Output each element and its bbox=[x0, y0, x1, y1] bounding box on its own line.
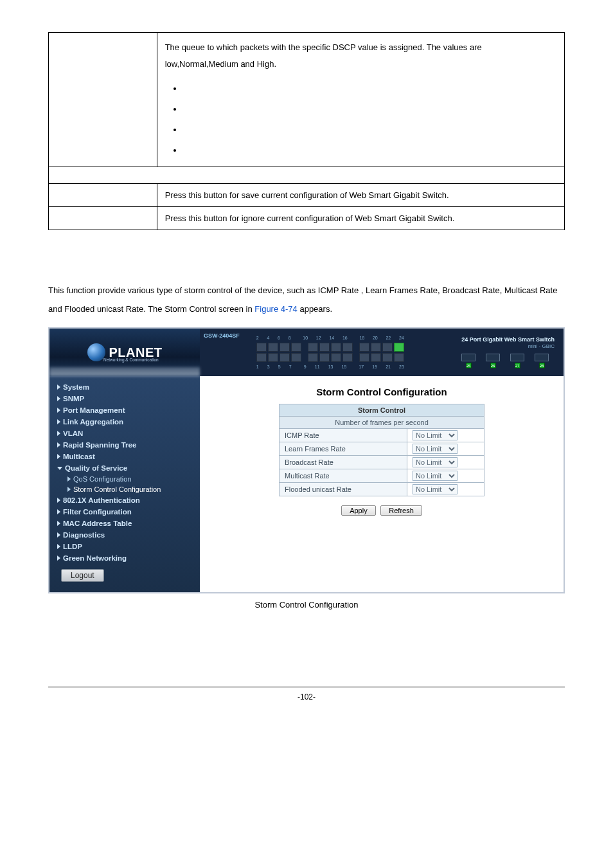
pnum: 22 bbox=[386, 336, 391, 340]
pnum: 24 bbox=[399, 336, 404, 340]
logout-button[interactable]: Logout bbox=[61, 569, 104, 582]
gbic-slot-icon bbox=[486, 354, 500, 361]
pnum: 7 bbox=[289, 365, 292, 369]
row-label: Multicast Rate bbox=[280, 469, 407, 483]
storm-control-table: Storm Control Number of frames per secon… bbox=[279, 404, 484, 496]
sidebar-subitem-label: QoS Configuration bbox=[73, 475, 132, 483]
icmp-rate-select[interactable]: No Limit bbox=[413, 430, 458, 440]
broadcast-rate-select[interactable]: No Limit bbox=[413, 457, 458, 467]
logo-area: PLANET Networking & Communication bbox=[49, 329, 200, 376]
figure-link[interactable]: Figure 4-74 bbox=[254, 304, 297, 314]
desc-left-1 bbox=[49, 33, 157, 167]
queue-description: The queue to which packets with the spec… bbox=[165, 39, 556, 73]
chevron-right-icon bbox=[57, 396, 60, 401]
multicast-rate-select[interactable]: No Limit bbox=[413, 471, 458, 481]
main-content: Storm Control Configuration Storm Contro… bbox=[200, 376, 564, 592]
bullet-4 bbox=[183, 140, 556, 160]
chevron-right-icon bbox=[57, 556, 60, 561]
sidebar-item-label: Green Networking bbox=[63, 554, 127, 562]
sidebar-item-snmp[interactable]: SNMP bbox=[49, 393, 200, 404]
bullet-2 bbox=[183, 98, 556, 119]
sidebar-item-label: VLAN bbox=[63, 429, 83, 437]
sidebar-subitem-label: Storm Control Configuration bbox=[73, 485, 161, 493]
gbic-led: 28 bbox=[539, 363, 545, 368]
pnum: 3 bbox=[267, 365, 270, 369]
sidebar-item-label: SNMP bbox=[63, 395, 84, 402]
sidebar-item-quality-of-service[interactable]: Quality of Service bbox=[49, 462, 200, 474]
gbic-slot-icon bbox=[510, 354, 524, 361]
sidebar-item-label: LLDP bbox=[63, 543, 82, 550]
bullet-list bbox=[165, 78, 556, 160]
gbic-led: 27 bbox=[515, 363, 520, 368]
sidebar-item-filter-configuration[interactable]: Filter Configuration bbox=[49, 506, 200, 518]
app-window: PLANET Networking & Communication GSW-24… bbox=[48, 327, 565, 593]
sidebar-item-vlan[interactable]: VLAN bbox=[49, 428, 200, 439]
sidebar-subitem-qos-configuration[interactable]: QoS Configuration bbox=[49, 474, 200, 484]
section-intro: This function provide various type of st… bbox=[48, 282, 565, 318]
sidebar-item-port-management[interactable]: Port Management bbox=[49, 404, 200, 416]
table-header-secondary: Number of frames per second bbox=[280, 417, 484, 429]
footer-divider bbox=[48, 687, 565, 687]
sidebar-item-label: Quality of Service bbox=[65, 464, 127, 472]
chevron-right-icon bbox=[57, 532, 60, 538]
ignore-button-desc: Press this button for ignore current con… bbox=[157, 207, 564, 230]
gbic-slot-icon bbox=[461, 354, 475, 361]
spacer-row bbox=[49, 167, 565, 184]
page-title: Storm Control Configuration bbox=[213, 386, 551, 397]
sidebar-item-green-networking[interactable]: Green Networking bbox=[49, 552, 200, 564]
sidebar-item-diagnostics[interactable]: Diagnostics bbox=[49, 529, 200, 541]
row-label: Learn Frames Rate bbox=[280, 442, 407, 456]
sidebar-item-lldp[interactable]: LLDP bbox=[49, 541, 200, 552]
pnum: 21 bbox=[386, 365, 391, 369]
gbic-row: 25 26 27 28 bbox=[461, 354, 555, 368]
sidebar-item-label: Diagnostics bbox=[63, 531, 105, 539]
sidebar-subitem-storm-control[interactable]: Storm Control Configuration bbox=[49, 484, 200, 494]
port-numbers-top: 2 4 6 8 10 12 14 16 18 20 22 24 bbox=[255, 336, 405, 340]
chevron-right-icon bbox=[57, 509, 60, 514]
pnum: 11 bbox=[315, 365, 320, 369]
header-right-panel: 24 Port Gigabit Web Smart Switch mini - … bbox=[461, 337, 555, 368]
apply-button[interactable]: Apply bbox=[341, 505, 376, 516]
globe-icon bbox=[87, 343, 105, 361]
figure-caption: Storm Control Configuration bbox=[48, 600, 565, 610]
chevron-right-icon bbox=[67, 487, 71, 492]
row-label: Broadcast Rate bbox=[280, 456, 407, 469]
pnum: 2 bbox=[256, 336, 259, 340]
sidebar-item-mac-address-table[interactable]: MAC Address Table bbox=[49, 518, 200, 529]
switch-title: 24 Port Gigabit Web Smart Switch bbox=[461, 337, 555, 343]
app-header: PLANET Networking & Communication GSW-24… bbox=[49, 329, 564, 376]
chevron-right-icon bbox=[57, 498, 60, 503]
sidebar-item-label: Link Aggregation bbox=[63, 418, 123, 426]
chevron-right-icon bbox=[57, 384, 60, 390]
refresh-button[interactable]: Refresh bbox=[380, 505, 422, 516]
sidebar-item-label: Multicast bbox=[63, 453, 95, 460]
save-button-desc: Press this button for save current confi… bbox=[157, 184, 564, 207]
desc-left-3 bbox=[49, 207, 157, 230]
pnum: 13 bbox=[328, 365, 333, 369]
flooded-unicast-rate-select[interactable]: No Limit bbox=[413, 484, 458, 494]
chevron-right-icon bbox=[57, 521, 60, 526]
chevron-right-icon bbox=[57, 408, 60, 413]
section-text-b: appears. bbox=[298, 304, 332, 314]
sidebar-item-label: System bbox=[63, 383, 89, 391]
sidebar-item-link-aggregation[interactable]: Link Aggregation bbox=[49, 416, 200, 428]
sidebar-item-multicast[interactable]: Multicast bbox=[49, 451, 200, 462]
chevron-right-icon bbox=[57, 442, 60, 448]
pnum: 5 bbox=[278, 365, 281, 369]
learn-frames-rate-select[interactable]: No Limit bbox=[413, 444, 458, 454]
chevron-right-icon bbox=[57, 454, 60, 459]
pnum: 12 bbox=[316, 336, 321, 340]
logo-cloud-decoration bbox=[49, 367, 200, 376]
row-label: ICMP Rate bbox=[280, 429, 407, 442]
pnum: 16 bbox=[342, 336, 348, 340]
pnum: 15 bbox=[342, 365, 347, 369]
pnum: 1 bbox=[256, 365, 259, 369]
pnum: 19 bbox=[372, 365, 377, 369]
sidebar-item-8021x[interactable]: 802.1X Authentication bbox=[49, 494, 200, 506]
sidebar-item-rapid-spanning-tree[interactable]: Rapid Spanning Tree bbox=[49, 439, 200, 451]
sidebar-item-system[interactable]: System bbox=[49, 381, 200, 393]
pnum: 14 bbox=[329, 336, 334, 340]
sidebar-item-label: 802.1X Authentication bbox=[63, 496, 140, 504]
brand-subtitle: Networking & Communication bbox=[103, 357, 159, 362]
pnum: 17 bbox=[359, 365, 364, 369]
